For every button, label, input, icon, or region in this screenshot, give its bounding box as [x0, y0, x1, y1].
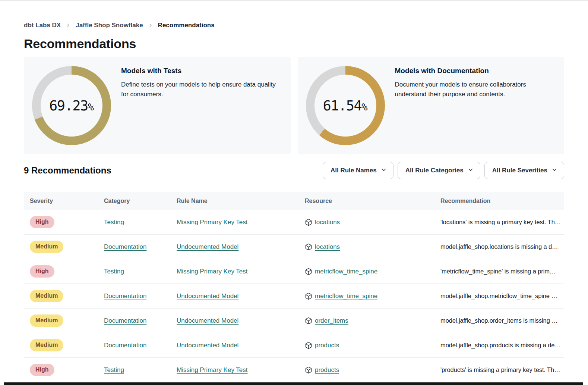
- donut-center: 61.54%: [314, 75, 376, 137]
- severity-badge: Medium: [30, 241, 63, 253]
- table-row: High Testing Missing Primary Key Test pr…: [24, 357, 564, 382]
- filter-bar: All Rule Names All Rule Categories All R…: [323, 162, 564, 179]
- breadcrumb-link-project[interactable]: Jaffle Shop Snowflake: [76, 22, 143, 29]
- breadcrumb-current-page: Recommendations: [158, 22, 215, 29]
- column-header-severity: Severity: [24, 198, 98, 204]
- breadcrumb: dbt Labs DX Jaffle Shop Snowflake Recomm…: [24, 22, 564, 29]
- donut-chart-documentation: 61.54%: [306, 66, 385, 145]
- resource-link[interactable]: products: [315, 366, 339, 374]
- metric-card-models-with-documentation: 61.54% Models with Documentation Documen…: [298, 57, 565, 154]
- filter-rule-names-dropdown[interactable]: All Rule Names: [323, 162, 393, 179]
- metric-cards: 69.23% Models with Tests Define tests on…: [24, 57, 564, 154]
- table-row: Medium Documentation Undocumented Model …: [24, 333, 564, 357]
- resource-link[interactable]: products: [315, 342, 339, 349]
- column-header-rule-name: Rule Name: [171, 198, 299, 204]
- chevron-down-icon: [381, 167, 387, 175]
- page-title: Recommendations: [24, 37, 564, 51]
- filter-label: All Rule Categories: [405, 167, 464, 174]
- package-icon: [305, 366, 312, 374]
- table-row: Medium Documentation Undocumented Model …: [24, 284, 564, 308]
- category-link[interactable]: Documentation: [104, 342, 146, 349]
- rule-name-link[interactable]: Missing Primary Key Test: [177, 268, 248, 275]
- card-description: Document your models to ensure collabora…: [395, 80, 551, 100]
- recommendation-text: model.jaffle_shop.locations is missing a…: [434, 243, 564, 250]
- rule-name-link[interactable]: Undocumented Model: [177, 292, 238, 300]
- recommendation-text: 'metricflow_time_spine' is missing a pri…: [434, 268, 564, 275]
- chevron-down-icon: [468, 167, 474, 175]
- chevron-right-icon: [66, 23, 71, 28]
- breadcrumb-link-account[interactable]: dbt Labs DX: [24, 22, 61, 29]
- filter-rule-categories-dropdown[interactable]: All Rule Categories: [398, 162, 480, 179]
- resource-link[interactable]: order_items: [315, 317, 348, 325]
- package-icon: [305, 243, 312, 251]
- severity-badge: Medium: [30, 339, 63, 351]
- severity-badge: Medium: [30, 314, 63, 327]
- table-header-row: Severity Category Rule Name Resource Rec…: [24, 192, 564, 210]
- category-link[interactable]: Documentation: [104, 292, 146, 300]
- resource-link[interactable]: metricflow_time_spine: [315, 292, 377, 300]
- recommendations-table: Severity Category Rule Name Resource Rec…: [24, 192, 564, 382]
- donut-percent-value: 61.54%: [323, 98, 367, 114]
- table-row: High Testing Missing Primary Key Test lo…: [24, 210, 564, 234]
- chevron-right-icon: [148, 23, 153, 28]
- recommendation-text: model.jaffle_shop.products is missing a …: [434, 342, 564, 349]
- filter-label: All Rule Names: [331, 167, 377, 174]
- recommendations-count: 9 Recommendations: [24, 165, 111, 176]
- table-row: Medium Documentation Undocumented Model …: [24, 234, 564, 259]
- package-icon: [305, 268, 312, 275]
- donut-center: 69.23%: [41, 75, 102, 137]
- column-header-resource: Resource: [299, 198, 434, 204]
- donut-percent-value: 69.23%: [49, 98, 94, 114]
- chevron-down-icon: [551, 167, 557, 175]
- filter-label: All Rule Severities: [492, 167, 547, 174]
- rule-name-link[interactable]: Undocumented Model: [177, 243, 238, 250]
- package-icon: [305, 317, 312, 325]
- package-icon: [305, 342, 312, 349]
- recommendation-text: 'locations' is missing a primary key tes…: [434, 219, 564, 226]
- resource-link[interactable]: locations: [315, 219, 340, 226]
- package-icon: [305, 219, 312, 226]
- metric-card-models-with-tests: 69.23% Models with Tests Define tests on…: [24, 57, 291, 154]
- resource-link[interactable]: locations: [315, 243, 340, 251]
- main-content: dbt Labs DX Jaffle Shop Snowflake Recomm…: [24, 0, 564, 382]
- category-link[interactable]: Documentation: [104, 317, 146, 324]
- severity-badge: Medium: [30, 290, 63, 302]
- severity-badge: High: [30, 265, 54, 278]
- category-link[interactable]: Testing: [104, 268, 124, 275]
- package-icon: [305, 292, 312, 300]
- card-title: Models with Documentation: [395, 67, 551, 75]
- recommendation-text: model.jaffle_shop.order_items is missing…: [434, 317, 564, 324]
- column-header-category: Category: [98, 198, 171, 204]
- rule-name-link[interactable]: Missing Primary Key Test: [177, 366, 248, 373]
- resource-link[interactable]: metricflow_time_spine: [315, 268, 377, 275]
- severity-badge: High: [30, 364, 54, 376]
- table-row: High Testing Missing Primary Key Test me…: [24, 259, 564, 284]
- rule-name-link[interactable]: Undocumented Model: [177, 317, 238, 324]
- rule-name-link[interactable]: Missing Primary Key Test: [177, 219, 248, 226]
- card-description: Define tests on your models to help ensu…: [121, 80, 283, 100]
- sidebar-edge-divider: [4, 1, 4, 385]
- category-link[interactable]: Documentation: [104, 243, 146, 250]
- column-header-recommendation: Recommendation: [434, 198, 564, 204]
- donut-chart-tests: 69.23%: [32, 66, 111, 145]
- filter-rule-severities-dropdown[interactable]: All Rule Severities: [484, 162, 564, 179]
- window-bottom-edge: [4, 382, 583, 385]
- card-title: Models with Tests: [121, 67, 283, 75]
- table-row: Medium Documentation Undocumented Model …: [24, 308, 564, 333]
- severity-badge: High: [30, 216, 54, 228]
- recommendation-text: 'products' is missing a primary key test…: [434, 366, 564, 373]
- rule-name-link[interactable]: Undocumented Model: [177, 342, 238, 349]
- list-header: 9 Recommendations All Rule Names All Rul…: [24, 162, 564, 179]
- category-link[interactable]: Testing: [104, 219, 124, 226]
- recommendation-text: model.jaffle_shop.metricflow_time_spine …: [434, 292, 564, 300]
- category-link[interactable]: Testing: [104, 366, 124, 373]
